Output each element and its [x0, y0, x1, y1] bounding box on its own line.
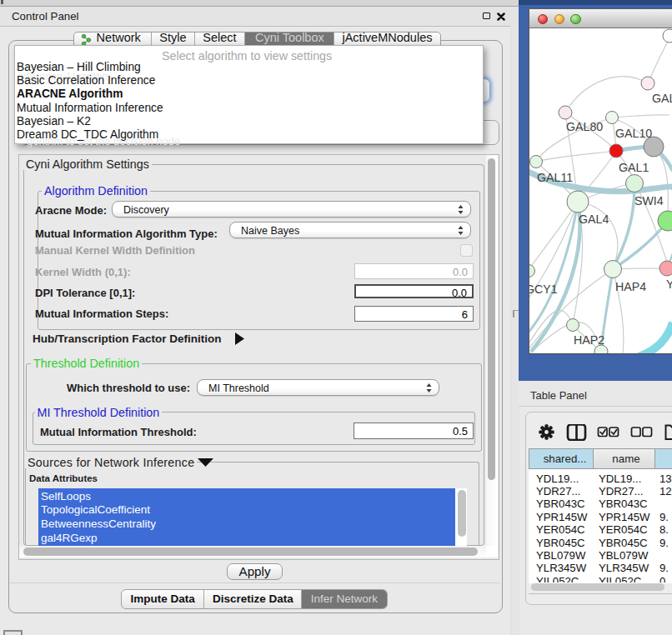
svg-text:HAP2: HAP2 — [574, 333, 604, 347]
svg-text:GAL80: GAL80 — [566, 120, 603, 133]
svg-text:GAL4: GAL4 — [579, 212, 609, 226]
svg-text:SWI4: SWI4 — [634, 194, 664, 208]
svg-text:GAL11: GAL11 — [537, 171, 573, 184]
svg-text:GAL10: GAL10 — [615, 127, 652, 140]
svg-text:HAP4: HAP4 — [615, 280, 646, 293]
svg-text:GCY1: GCY1 — [529, 282, 558, 296]
svg-text:Y: Y — [666, 278, 672, 291]
svg-text:GAL: GAL — [652, 92, 672, 105]
svg-text:GAL1: GAL1 — [619, 161, 649, 174]
